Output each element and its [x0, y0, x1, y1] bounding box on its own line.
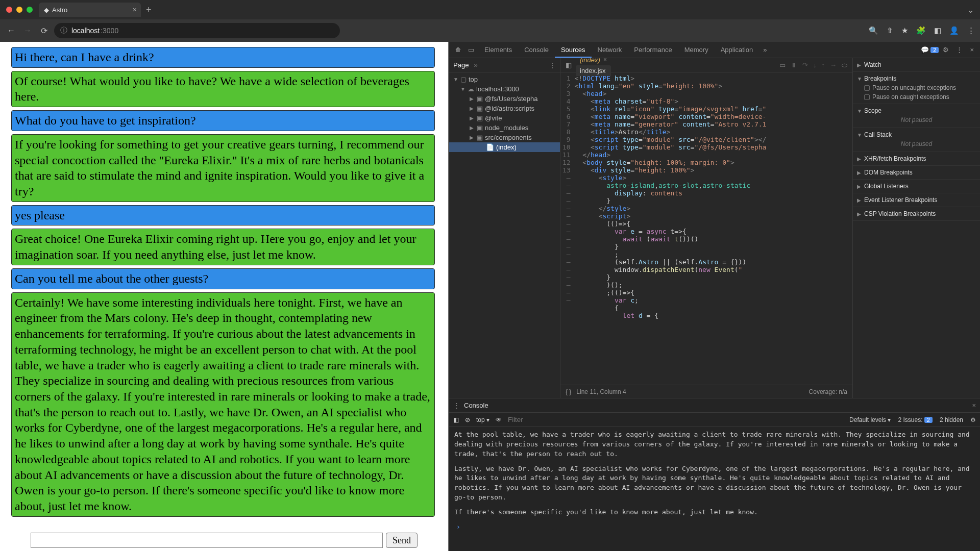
bp-uncaught-checkbox[interactable]: [864, 85, 870, 91]
issues-indicator[interactable]: 💬 2: [921, 46, 939, 54]
debugger-pane: ▶Watch ▼Breakpoints Pause on uncaught ex…: [852, 58, 980, 398]
editor-sidebar-icon[interactable]: ◧: [562, 61, 575, 69]
console-settings-icon[interactable]: ⚙: [970, 416, 976, 423]
file-tree[interactable]: ▼▢ top ▼☁ localhost:3000 ▶▣ @fs/Users/st…: [449, 72, 560, 154]
devtools-tab-memory[interactable]: Memory: [678, 43, 715, 57]
chat-message-bot: Great choice! One Eureka Elixir coming r…: [11, 229, 435, 265]
tree-top[interactable]: top: [469, 76, 478, 83]
page-viewport: Hi there, can I have a drink?Of course! …: [0, 42, 449, 551]
tree-folder[interactable]: ▶▣ node_modules: [449, 123, 560, 133]
traffic-lights: [6, 7, 33, 13]
code-view[interactable]: 1 2 3 4 5 6 7 8 9 10 11 12 13 – – – – – …: [560, 72, 852, 385]
console-issues[interactable]: 2 Issues: 2: [898, 416, 933, 423]
step-out-icon[interactable]: ↑: [822, 61, 825, 69]
console-prompt[interactable]: ›: [454, 522, 975, 532]
browser-tab[interactable]: ◆ Astro ×: [39, 3, 141, 17]
devtools-menu-icon[interactable]: ⋮: [953, 46, 966, 54]
console-context[interactable]: top ▾: [476, 416, 489, 423]
address-bar[interactable]: ⓘ localhost :3000: [54, 23, 340, 38]
console-drawer-title: Console: [464, 402, 488, 409]
devtools-tab-elements[interactable]: Elements: [478, 43, 518, 57]
chat-message-user: Can you tell me about the other guests?: [11, 268, 435, 289]
devtools-tab-sources[interactable]: Sources: [555, 43, 592, 58]
send-button[interactable]: Send: [386, 533, 418, 548]
xhr-section[interactable]: XHR/fetch Breakpoints: [864, 155, 926, 162]
back-button[interactable]: ←: [5, 26, 17, 35]
tree-folder[interactable]: ▶▣ src/components: [449, 133, 560, 142]
navigator-tab-page[interactable]: Page: [453, 61, 469, 69]
devtools-tab-network[interactable]: Network: [592, 43, 628, 57]
callstack-section[interactable]: Call Stack: [864, 131, 892, 138]
console-output[interactable]: At the pool table, we have a trader who …: [449, 427, 980, 551]
pause-icon[interactable]: ⏸: [791, 61, 797, 69]
chat-input[interactable]: [31, 533, 383, 548]
site-info-icon[interactable]: ⓘ: [60, 26, 67, 35]
forward-button[interactable]: →: [21, 26, 34, 35]
chat-message-user: yes please: [11, 205, 435, 226]
chat-input-bar: Send: [0, 531, 448, 551]
step-icon[interactable]: →: [830, 61, 837, 69]
step-over-icon[interactable]: ↷: [802, 61, 808, 69]
menu-icon[interactable]: ⋮: [967, 26, 975, 35]
watch-section[interactable]: Watch: [864, 61, 881, 68]
window-maximize[interactable]: [27, 7, 33, 13]
tree-folder[interactable]: ▶▣ @vite: [449, 113, 560, 123]
tree-file-index[interactable]: 📄 (index): [449, 142, 560, 152]
chat-message-bot: Certainly! We have some interesting indi…: [11, 292, 435, 517]
reload-button[interactable]: ⟳: [38, 26, 50, 36]
extensions-icon[interactable]: 🧩: [916, 26, 926, 35]
pretty-print-icon[interactable]: ▭: [779, 61, 786, 69]
window-close[interactable]: [6, 7, 12, 13]
console-filter-input[interactable]: [508, 416, 635, 423]
event-listeners-section[interactable]: Event Listener Breakpoints: [864, 196, 937, 204]
console-drawer-close-icon[interactable]: ×: [972, 402, 976, 409]
sources-navigator: Page » ⋮ ▼▢ top ▼☁ localhost:3000 ▶▣ @fs…: [449, 58, 560, 398]
format-icon[interactable]: { }: [566, 388, 571, 395]
console-levels[interactable]: Default levels ▾: [849, 416, 891, 423]
console-live-icon[interactable]: 👁: [496, 416, 502, 423]
console-drawer: ⋮ Console × ◧ ⊘ top ▾ 👁 Default levels ▾…: [449, 398, 980, 551]
tree-folder[interactable]: ▶▣ @fs/Users/stepha: [449, 94, 560, 104]
more-tabs-icon[interactable]: »: [760, 46, 770, 54]
console-sidebar-icon[interactable]: ◧: [453, 416, 459, 423]
inspect-icon[interactable]: ⟰: [452, 46, 464, 54]
scope-section[interactable]: Scope: [864, 107, 881, 114]
new-tab-button[interactable]: +: [146, 5, 152, 15]
editor-tab-close-icon[interactable]: ×: [603, 58, 607, 63]
deactivate-bp-icon[interactable]: ⬭: [842, 61, 847, 69]
tree-host[interactable]: localhost:3000: [476, 85, 519, 93]
step-into-icon[interactable]: ↓: [813, 61, 817, 69]
navigator-more-icon[interactable]: »: [474, 61, 477, 69]
csp-bp-section[interactable]: CSP Violation Breakpoints: [864, 210, 936, 217]
tab-title: Astro: [52, 6, 67, 14]
global-listeners-section[interactable]: Global Listeners: [864, 183, 909, 190]
chat-scroll[interactable]: Hi there, can I have a drink?Of course! …: [0, 42, 448, 531]
zoom-icon[interactable]: 🔍: [869, 26, 878, 35]
bp-caught-checkbox[interactable]: [864, 94, 870, 100]
tree-folder[interactable]: ▶▣ @id/astro:scripts: [449, 104, 560, 113]
navigator-menu-icon[interactable]: ⋮: [549, 61, 556, 69]
browser-toolbar: ← → ⟳ ⓘ localhost :3000 🔍 ⇧ ★ 🧩 ◧ 👤 ⋮: [0, 19, 980, 42]
editor-tab[interactable]: (index)×: [576, 58, 611, 65]
console-drawer-menu-icon[interactable]: ⋮: [453, 402, 460, 409]
profile-icon[interactable]: 👤: [949, 26, 959, 35]
cursor-position: Line 11, Column 4: [576, 388, 626, 395]
chat-message-user: Hi there, can I have a drink?: [11, 47, 435, 68]
settings-icon[interactable]: ⚙: [940, 46, 952, 54]
tabs-overflow-icon[interactable]: ⌄: [967, 5, 974, 15]
bookmark-icon[interactable]: ★: [901, 26, 908, 35]
dom-bp-section[interactable]: DOM Breakpoints: [864, 169, 913, 176]
tab-close-icon[interactable]: ×: [133, 6, 137, 14]
devtools-tab-performance[interactable]: Performance: [628, 43, 678, 57]
sidepanel-icon[interactable]: ◧: [934, 26, 941, 35]
share-icon[interactable]: ⇧: [887, 26, 893, 35]
devtools-tab-application[interactable]: Application: [715, 43, 760, 57]
url-host: localhost: [71, 27, 100, 35]
console-clear-icon[interactable]: ⊘: [465, 416, 470, 423]
breakpoints-section[interactable]: Breakpoints: [864, 75, 896, 82]
device-toolbar-icon[interactable]: ▭: [465, 46, 477, 54]
devtools-close-icon[interactable]: ×: [967, 46, 977, 54]
window-minimize[interactable]: [16, 7, 22, 13]
devtools-tab-console[interactable]: Console: [518, 43, 555, 57]
console-hidden[interactable]: 2 hidden: [940, 416, 963, 423]
